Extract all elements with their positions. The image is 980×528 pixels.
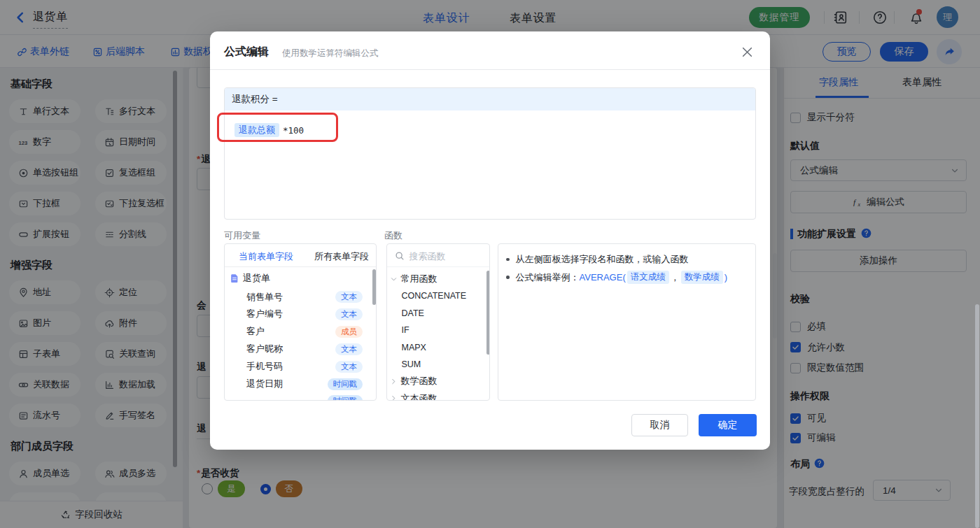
variable-name: 退货日期 (246, 378, 283, 390)
variable-row[interactable]: 时间戳 (246, 392, 363, 401)
variable-type-chip: 文本 (335, 308, 363, 320)
help-text: 公式编辑举例： (516, 271, 580, 284)
help-line-2: 公式编辑举例：AVERAGE(语文成绩，数学成绩) (506, 271, 727, 284)
form-doc-icon (230, 273, 239, 283)
variable-name: 客户编号 (246, 308, 283, 320)
search-placeholder: 搜索函数 (410, 250, 446, 263)
close-icon[interactable] (741, 46, 753, 58)
function-group-label: 文本函数 (401, 392, 438, 401)
tab-current-form-fields[interactable]: 当前表单字段 (239, 250, 293, 263)
help-chip-1: 语文成绩 (627, 271, 669, 284)
variable-type-chip: 成员 (335, 326, 363, 338)
chevron-right-icon (390, 394, 398, 401)
chevron-down-icon (390, 276, 398, 283)
bullet-dot (506, 258, 510, 262)
help-text: 从左侧面板选择字段名和函数，或输入函数 (516, 253, 689, 266)
function-item[interactable]: IF (402, 325, 410, 335)
variable-name: 销售单号 (246, 291, 283, 304)
variable-type-chip: 文本 (335, 291, 363, 303)
variable-type-chip: 时间戳 (328, 378, 363, 390)
chevron-right-icon (390, 378, 398, 385)
red-annotation-box (217, 113, 338, 142)
cancel-button[interactable]: 取消 (631, 414, 688, 436)
help-line-1: 从左侧面板选择字段名和函数，或输入函数 (506, 253, 689, 266)
function-item[interactable]: MAPX (402, 343, 426, 352)
variables-panel: 当前表单字段 所有表单字段 退货单 销售单号文本客户编号文本客户成员客户昵称文本… (224, 243, 377, 401)
variable-row[interactable]: 客户编号文本 (246, 306, 363, 323)
form-tree-root[interactable]: 退货单 (230, 272, 270, 285)
function-item[interactable]: SUM (402, 359, 421, 369)
formula-editor[interactable]: 退款积分 = 退款总额 *100 (224, 87, 756, 220)
formula-help-panel: 从左侧面板选择字段名和函数，或输入函数 公式编辑举例：AVERAGE(语文成绩，… (498, 243, 756, 401)
function-group[interactable]: 数学函数 (387, 373, 490, 390)
function-group-label: 常用函数 (401, 273, 438, 285)
search-icon (395, 251, 405, 261)
variable-name: 手机号码 (246, 360, 283, 373)
variable-type-chip: 文本 (335, 361, 363, 373)
help-fn-open: AVERAGE( (580, 272, 626, 283)
tab-all-form-fields[interactable]: 所有表单字段 (314, 250, 369, 263)
function-group-label: 数学函数 (401, 375, 438, 387)
functions-label: 函数 (384, 229, 402, 242)
modal-header: 公式编辑 使用数学运算符编辑公式 (210, 31, 770, 70)
help-comma: ， (671, 271, 680, 284)
form-tree-root-label: 退货单 (243, 272, 270, 285)
variables-label: 可用变量 (224, 229, 260, 242)
formula-target: 退款积分 = (225, 88, 755, 110)
function-item[interactable]: DATE (402, 308, 424, 318)
function-search[interactable]: 搜索函数 (387, 244, 490, 267)
help-fn-close: ) (724, 272, 727, 283)
function-group[interactable]: 文本函数 (387, 390, 490, 401)
variables-scrollbar[interactable] (372, 269, 376, 305)
variable-name: 客户 (246, 325, 265, 338)
help-chip-2: 数学成绩 (681, 271, 723, 284)
variables-tabs: 当前表单字段 所有表单字段 (225, 244, 376, 267)
variable-row[interactable]: 退货日期时间戳 (246, 376, 363, 393)
variable-type-chip: 时间戳 (328, 395, 363, 401)
function-group[interactable]: 常用函数 (387, 271, 490, 287)
variable-row[interactable]: 客户昵称文本 (246, 341, 363, 358)
functions-scrollbar[interactable] (486, 271, 490, 355)
function-item[interactable]: CONCATENATE (402, 291, 467, 301)
variable-row[interactable]: 销售单号文本 (246, 288, 363, 306)
confirm-button[interactable]: 确定 (699, 414, 757, 436)
functions-panel: 搜索函数 常用函数CONCATENATEDATEIFMAPXSUM数学函数文本函… (386, 243, 491, 401)
variable-row[interactable]: 手机号码文本 (246, 358, 363, 376)
formula-edit-modal: 公式编辑 使用数学运算符编辑公式 退款积分 = 退款总额 *100 可用变量 函… (210, 31, 770, 450)
variable-name: 客户昵称 (246, 343, 283, 355)
bullet-dot (506, 276, 510, 279)
modal-subtitle: 使用数学运算符编辑公式 (282, 48, 379, 59)
variable-row[interactable]: 客户成员 (246, 323, 363, 341)
page-scrollbar[interactable] (975, 304, 979, 528)
modal-title: 公式编辑 (224, 45, 269, 59)
variable-type-chip: 文本 (335, 343, 363, 355)
